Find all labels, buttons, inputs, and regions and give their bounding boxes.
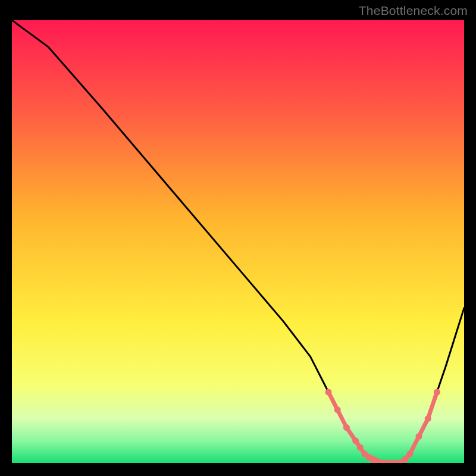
plot-area [12,20,464,463]
valley-dot [343,424,350,431]
valley-dot [402,456,409,463]
valley-dot [357,444,364,451]
chart-frame: TheBottleneck.com [0,0,476,476]
valley-dot [406,451,413,458]
gradient-background [12,20,464,463]
valley-dot [434,389,440,396]
valley-dot [352,437,359,444]
chart-svg [12,20,464,463]
valley-dot [325,389,332,396]
watermark-text: TheBottleneck.com [359,4,468,18]
valley-dot [334,406,341,413]
valley-dot [425,415,431,422]
valley-dot [416,433,422,440]
